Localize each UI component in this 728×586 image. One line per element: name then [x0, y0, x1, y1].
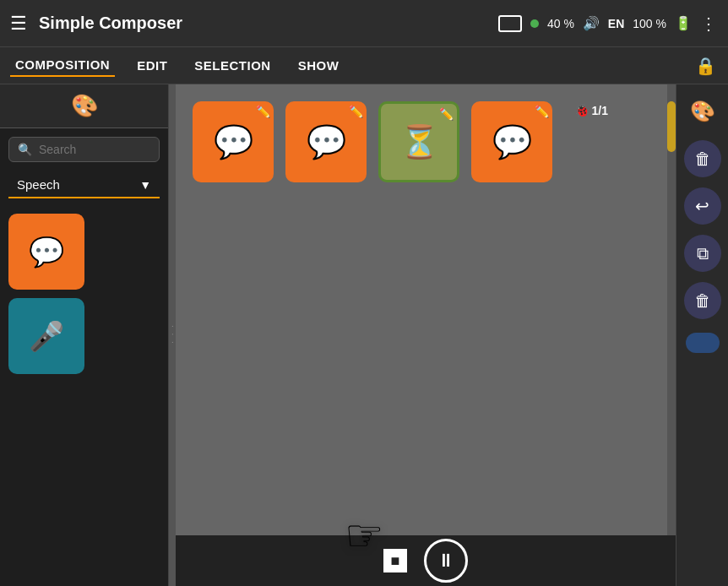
battery-dot	[530, 19, 539, 28]
canvas-blocks-container: 💬 ✏️ 💬 ✏️ ⏳ ✏️ 💬 ✏️	[176, 84, 676, 586]
copy-button[interactable]: ⧉	[684, 235, 721, 272]
block-3-edit-badge: ✏️	[439, 107, 454, 121]
block-tile-4[interactable]: 💬 ✏️	[471, 101, 552, 182]
microphone-tile-icon: 🎤	[29, 319, 64, 353]
pause-icon: ⏸	[437, 550, 455, 572]
search-icon: 🔍	[18, 143, 32, 156]
main-area: 🎨 🔍 Speech ▼ 💬 🎤 · · ·	[0, 84, 728, 586]
sidebar-divider[interactable]: · · ·	[169, 84, 176, 586]
search-input[interactable]	[39, 143, 150, 156]
scroll-indicator	[686, 333, 720, 353]
pause-button[interactable]: ⏸	[424, 539, 468, 583]
block-tile-3[interactable]: ⏳ ✏️	[378, 101, 459, 182]
trash2-icon: 🗑	[694, 291, 711, 311]
component-list: 💬 🎤	[0, 207, 168, 381]
right-sidebar: 🎨 🗑 ↩ ⧉ 🗑	[676, 84, 728, 586]
stop-button[interactable]: ■	[383, 549, 407, 572]
block-1-edit-badge: ✏️	[256, 105, 270, 118]
menu-item-composition[interactable]: COMPOSITION	[10, 54, 115, 77]
undo-button[interactable]: ↩	[684, 187, 721, 225]
search-bar[interactable]: 🔍	[8, 137, 160, 162]
debug-badge: 🐞1/1	[574, 103, 608, 118]
menu-item-show[interactable]: SHOW	[293, 55, 345, 76]
more-options-icon[interactable]: ⋮	[700, 14, 718, 34]
block-4-icon: 💬	[492, 123, 532, 160]
battery-icon: 🔋	[675, 15, 692, 31]
delete-icon: 🗑	[694, 149, 711, 169]
scroll-thumb[interactable]	[667, 101, 676, 152]
undo-icon: ↩	[695, 196, 709, 216]
microphone-component-tile[interactable]: 🎤	[8, 298, 84, 374]
battery-percent: 40 %	[547, 17, 574, 30]
block-tile-2[interactable]: 💬 ✏️	[285, 101, 367, 182]
chevron-down-icon: ▼	[139, 178, 151, 192]
top-bar: ☰ Simple Composer 40 % 🔊 EN 100 % 🔋 ⋮	[0, 0, 728, 47]
canvas-area[interactable]: 💬 ✏️ 💬 ✏️ ⏳ ✏️ 💬 ✏️	[176, 84, 676, 586]
scroll-track[interactable]	[667, 84, 676, 586]
speech-component-tile[interactable]: 💬	[8, 214, 84, 290]
stop-icon: ■	[383, 549, 407, 572]
menu-bar: COMPOSITION EDIT SELECTION SHOW 🔒	[0, 47, 728, 84]
menu-item-selection[interactable]: SELECTION	[189, 55, 275, 76]
block-2-edit-badge: ✏️	[349, 105, 363, 118]
playback-bar: ■ ⏸	[176, 535, 676, 586]
debug-count: 1/1	[592, 104, 608, 117]
block-4-edit-badge: ✏️	[535, 105, 549, 118]
speech-label: Speech	[17, 177, 134, 192]
left-palette-button[interactable]: 🎨	[0, 84, 168, 128]
block-3-icon: ⏳	[399, 123, 439, 160]
block-row: 💬 ✏️ 💬 ✏️ ⏳ ✏️ 💬 ✏️	[176, 84, 676, 191]
monitor-icon	[498, 15, 522, 32]
left-sidebar: 🎨 🔍 Speech ▼ 💬 🎤	[0, 84, 169, 586]
hamburger-icon[interactable]: ☰	[10, 13, 27, 35]
delete-button[interactable]: 🗑	[684, 140, 721, 177]
speech-tile-icon: 💬	[29, 235, 64, 269]
menu-item-edit[interactable]: EDIT	[132, 55, 172, 76]
debug-icon: 🐞	[574, 103, 590, 118]
copy-icon: ⧉	[697, 244, 709, 263]
language-label: EN	[608, 17, 624, 30]
app-title: Simple Composer	[39, 14, 498, 33]
right-palette-button[interactable]: 🎨	[684, 93, 721, 130]
speech-dropdown[interactable]: Speech ▼	[8, 172, 160, 198]
lock-icon[interactable]: 🔒	[695, 56, 716, 76]
volume-icon: 🔊	[583, 15, 600, 31]
trash-button[interactable]: 🗑	[684, 282, 721, 319]
block-tile-1[interactable]: 💬 ✏️	[193, 101, 274, 182]
left-palette-icon: 🎨	[71, 93, 98, 119]
block-1-icon: 💬	[214, 123, 253, 160]
block-2-icon: 💬	[307, 123, 346, 160]
brightness-label: 100 %	[633, 17, 666, 30]
top-bar-right: 40 % 🔊 EN 100 % 🔋 ⋮	[498, 14, 718, 34]
right-palette-icon: 🎨	[690, 100, 715, 123]
